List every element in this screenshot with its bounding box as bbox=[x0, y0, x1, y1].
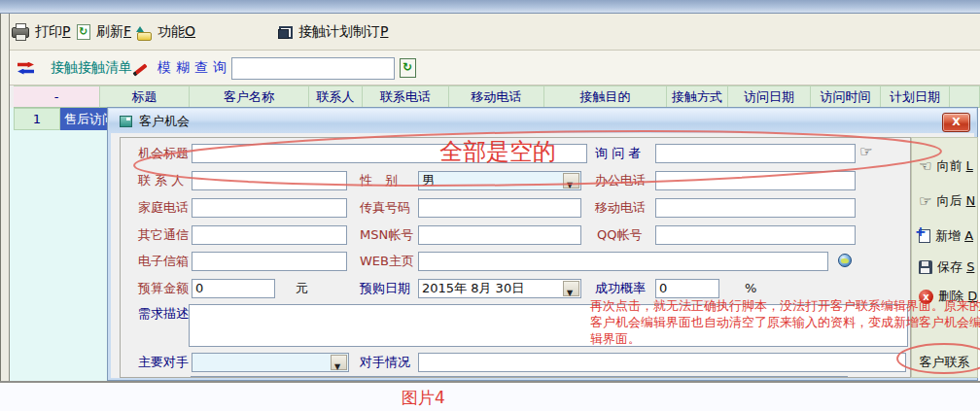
table-body bbox=[10, 108, 107, 381]
search-input[interactable] bbox=[231, 57, 395, 80]
fax-label: 传真号码 bbox=[360, 198, 410, 218]
printer-icon bbox=[12, 27, 29, 38]
gender-select[interactable]: 男 bbox=[418, 171, 581, 190]
fax-input[interactable] bbox=[418, 198, 581, 218]
globe-icon[interactable] bbox=[838, 254, 852, 267]
column-header-visit-time[interactable]: 访问时间 bbox=[811, 86, 881, 108]
column-header-filler bbox=[950, 86, 980, 108]
budget-input[interactable]: 0 bbox=[192, 279, 275, 298]
probability-input[interactable]: 0 bbox=[655, 279, 719, 298]
qq-input[interactable] bbox=[655, 225, 856, 245]
office-phone-input[interactable] bbox=[655, 171, 856, 190]
next-label: 向后 N bbox=[936, 192, 975, 210]
chevron-down-icon[interactable] bbox=[563, 281, 579, 296]
competitor-info-input[interactable] bbox=[418, 353, 906, 372]
image-caption: 图片4 bbox=[402, 387, 445, 409]
email-input[interactable] bbox=[192, 252, 347, 271]
pen-icon bbox=[132, 51, 148, 86]
annotation-note: 再次点击，就无法正确执行脚本，没法打开客户联系编辑界面。原来的客户机会编辑界面也… bbox=[590, 297, 980, 347]
other-comm-label: 其它通信 bbox=[138, 225, 189, 245]
contact-list-label[interactable]: 接触接触清单 bbox=[51, 51, 132, 86]
add-new-button[interactable]: 新增 A bbox=[919, 227, 973, 245]
mobile-input[interactable] bbox=[655, 198, 856, 218]
column-header-plan-date[interactable]: 计划日期 bbox=[881, 86, 950, 108]
home-phone-input[interactable] bbox=[192, 198, 347, 218]
msn-label: MSN帐号 bbox=[360, 225, 413, 245]
purchase-date-select[interactable]: 2015年 8月 30日 bbox=[418, 279, 581, 298]
probability-label: 成功概率 bbox=[595, 279, 646, 298]
msn-input[interactable] bbox=[418, 225, 581, 245]
inquirer-input[interactable] bbox=[655, 144, 856, 163]
chevron-down-icon[interactable] bbox=[331, 355, 347, 370]
contact-plan-button[interactable]: 接触计划制订P bbox=[278, 14, 388, 51]
contact-input[interactable] bbox=[192, 171, 347, 190]
hand-right-icon: ☞ bbox=[919, 194, 931, 209]
close-button[interactable]: X bbox=[942, 113, 970, 132]
add-page-icon bbox=[919, 229, 930, 243]
window-left-border bbox=[0, 14, 10, 381]
column-header-visit-date[interactable]: 访问日期 bbox=[728, 86, 811, 108]
previous-button[interactable]: ☜ 向前 L bbox=[919, 157, 973, 175]
print-button[interactable]: 打印P bbox=[12, 14, 70, 51]
competitor-select[interactable] bbox=[192, 353, 349, 372]
qq-label: QQ帐号 bbox=[597, 225, 642, 245]
budget-unit: 元 bbox=[296, 279, 308, 298]
competitor-info-label: 对手情况 bbox=[360, 353, 410, 372]
inquirer-label: 询 问 者 bbox=[595, 144, 641, 163]
column-header-title[interactable]: 标题 bbox=[100, 86, 190, 108]
dialog-title: 客户机会 bbox=[139, 113, 190, 130]
previous-label: 向前 L bbox=[936, 157, 972, 175]
refresh-label: 刷新F bbox=[96, 23, 131, 41]
web-input[interactable] bbox=[418, 252, 828, 271]
customer-contact-button[interactable]: 客户联系 bbox=[912, 354, 977, 371]
opportunity-title-label: 机会标题 bbox=[138, 144, 189, 163]
refresh-button[interactable]: 刷新F bbox=[77, 14, 131, 51]
contact-plan-label: 接触计划制订P bbox=[298, 23, 388, 41]
secondary-toolbar: 接触接触清单 模糊查询 bbox=[0, 51, 980, 86]
probability-unit: % bbox=[745, 279, 756, 298]
row-number-cell: 1 bbox=[14, 108, 60, 130]
column-header-mobile[interactable]: 移动电话 bbox=[449, 86, 544, 108]
office-phone-label: 办公电话 bbox=[595, 171, 646, 190]
mobile-label: 移动电话 bbox=[595, 198, 646, 218]
email-label: 电子信箱 bbox=[138, 252, 189, 271]
column-header-purpose[interactable]: 接触目的 bbox=[544, 86, 667, 108]
inquirer-lookup-hand-icon[interactable]: ☞ bbox=[859, 145, 872, 159]
other-comm-input[interactable] bbox=[192, 225, 347, 245]
search-refresh-button[interactable] bbox=[400, 58, 416, 78]
column-header-indicator[interactable]: - bbox=[14, 86, 100, 108]
fuzzy-query-label[interactable]: 模糊查询 bbox=[158, 51, 231, 86]
hand-left-icon: ☜ bbox=[919, 159, 931, 174]
refresh-icon bbox=[77, 24, 90, 40]
swap-icon bbox=[18, 51, 34, 86]
chevron-down-icon[interactable] bbox=[563, 173, 579, 188]
gender-label: 性 别 bbox=[360, 171, 398, 190]
function-button[interactable]: 功能O bbox=[135, 14, 195, 51]
window-top-strip bbox=[0, 0, 980, 14]
column-header-contact[interactable]: 联系人 bbox=[309, 86, 363, 108]
add-new-label: 新增 A bbox=[935, 227, 973, 245]
clipped-control bbox=[191, 376, 848, 378]
web-label: WEB主页 bbox=[360, 252, 414, 271]
dialog-titlebar[interactable]: 客户机会 X bbox=[109, 109, 976, 133]
competitor-label: 主要对手 bbox=[138, 353, 189, 372]
save-button[interactable]: 保存 S bbox=[919, 258, 974, 276]
app-window: 打印P 刷新F 功能O 接触计划制订P 接触接触清单 模糊查询 - 标题 客户名… bbox=[0, 0, 980, 411]
column-header-method[interactable]: 接触方式 bbox=[667, 86, 728, 108]
function-icon bbox=[135, 26, 152, 39]
annotation-all-empty: 全部是空的 bbox=[439, 136, 556, 167]
column-header-phone[interactable]: 联系电话 bbox=[363, 86, 449, 108]
print-label: 打印P bbox=[35, 23, 70, 41]
budget-label: 预算金额 bbox=[138, 279, 189, 298]
contact-label: 联 系 人 bbox=[138, 171, 184, 190]
page-bottom-strip: 图片4 bbox=[0, 381, 980, 411]
column-header-customer[interactable]: 客户名称 bbox=[190, 86, 309, 108]
save-label: 保存 S bbox=[937, 258, 974, 276]
purchase-date-label: 预购日期 bbox=[360, 279, 410, 298]
main-toolbar: 打印P 刷新F 功能O 接触计划制订P bbox=[0, 14, 980, 51]
home-phone-label: 家庭电话 bbox=[138, 198, 189, 218]
next-button[interactable]: ☞ 向后 N bbox=[919, 192, 975, 210]
floppy-icon bbox=[919, 260, 932, 274]
windows-icon bbox=[278, 26, 293, 39]
dialog-icon bbox=[120, 116, 132, 127]
